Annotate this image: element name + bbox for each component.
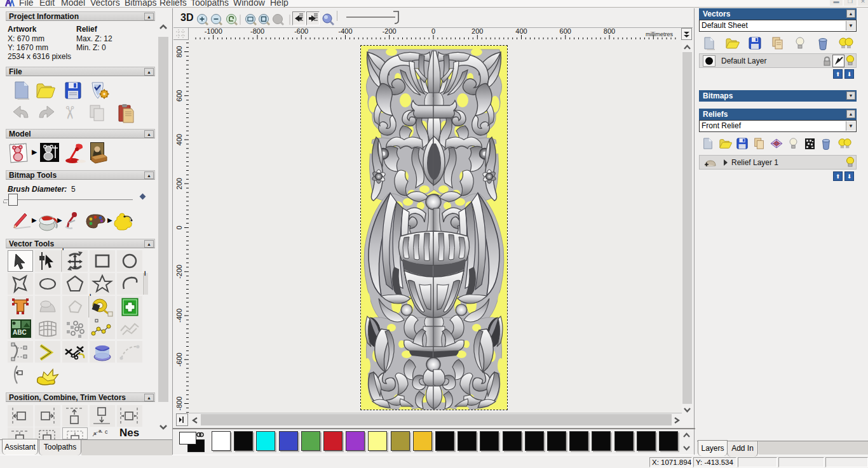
svg-text:600: 600 (560, 27, 571, 35)
svg-text:600: 600 (175, 90, 183, 102)
svg-text:c: c (105, 429, 108, 435)
svg-text:200: 200 (471, 27, 483, 35)
svg-text:200: 200 (175, 178, 183, 189)
svg-text:-600: -600 (175, 352, 183, 366)
svg-text:-800: -800 (250, 27, 264, 35)
svg-text:-200: -200 (175, 265, 183, 279)
svg-text:ABC: ABC (13, 329, 27, 336)
svg-text:800: 800 (175, 46, 183, 57)
svg-text:-400: -400 (338, 27, 352, 35)
svg-text:-600: -600 (294, 27, 308, 35)
svg-text:0: 0 (431, 27, 435, 35)
svg-text:-400: -400 (175, 309, 183, 323)
svg-text:-200: -200 (383, 27, 397, 35)
svg-text:-800: -800 (175, 396, 183, 410)
svg-text:a: a (98, 428, 102, 434)
svg-text:800: 800 (604, 27, 615, 35)
svg-text:a: a (93, 431, 97, 436)
svg-text:-1000: -1000 (205, 27, 222, 35)
svg-text:400: 400 (175, 134, 183, 145)
svg-text:0: 0 (175, 225, 183, 229)
svg-text:400: 400 (515, 27, 527, 35)
